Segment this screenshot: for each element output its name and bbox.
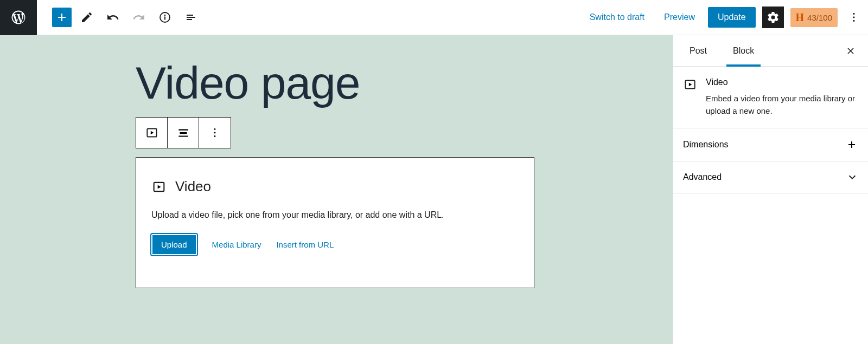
- svg-point-4: [853, 20, 855, 22]
- video-block-placeholder: Video Upload a video file, pick one from…: [136, 157, 534, 288]
- settings-sidebar: Post Block Video Embed a video from your…: [673, 35, 868, 344]
- panel-title: Dimensions: [683, 140, 729, 150]
- switch-to-draft-button[interactable]: Switch to draft: [583, 8, 651, 27]
- svg-point-0: [164, 15, 166, 16]
- placeholder-title: Video: [175, 178, 211, 195]
- insert-from-url-button[interactable]: Insert from URL: [276, 240, 334, 249]
- panel-dimensions[interactable]: Dimensions: [673, 128, 868, 161]
- document-info-button[interactable]: [154, 7, 176, 28]
- undo-icon: [106, 11, 119, 24]
- redo-button[interactable]: [128, 7, 150, 28]
- wordpress-icon: [10, 9, 27, 25]
- tab-post[interactable]: Post: [683, 35, 713, 66]
- svg-point-6: [214, 128, 216, 130]
- align-icon: [176, 126, 190, 140]
- placeholder-header: Video: [151, 178, 519, 195]
- toolbar-left-group: [37, 7, 202, 28]
- editor-canvas[interactable]: Video page Video Upload a video file, pi…: [0, 35, 673, 344]
- svg-rect-1: [164, 17, 165, 20]
- plus-icon: [845, 138, 858, 151]
- pencil-icon: [80, 11, 93, 24]
- sidebar-block-info: Video Embed a video from your media libr…: [673, 67, 868, 128]
- info-icon: [158, 11, 171, 24]
- block-toolbar: [136, 117, 231, 148]
- panel-title: Advanced: [683, 172, 722, 182]
- placeholder-instructions: Upload a video file, pick one from your …: [151, 210, 519, 220]
- plus-icon: [55, 11, 68, 24]
- close-icon: [845, 46, 856, 56]
- toolbar-right-group: Switch to draft Preview Update H 43/100: [583, 7, 868, 28]
- more-vertical-icon: [848, 11, 860, 23]
- sidebar-close-button[interactable]: [843, 43, 858, 59]
- video-icon: [151, 179, 167, 194]
- media-library-button[interactable]: Media Library: [212, 240, 261, 249]
- list-view-button[interactable]: [180, 7, 202, 28]
- sidebar-block-name: Video: [706, 77, 858, 87]
- upload-button[interactable]: Upload: [151, 234, 197, 255]
- options-menu-button[interactable]: [844, 7, 864, 28]
- svg-point-2: [853, 13, 855, 15]
- seo-score-badge[interactable]: H 43/100: [790, 8, 838, 27]
- placeholder-actions: Upload Media Library Insert from URL: [151, 234, 519, 255]
- edit-mode-button[interactable]: [76, 7, 98, 28]
- video-icon: [145, 126, 159, 140]
- gear-icon: [767, 11, 780, 24]
- tab-block[interactable]: Block: [726, 35, 761, 66]
- panel-advanced[interactable]: Advanced: [673, 161, 868, 193]
- top-toolbar: Switch to draft Preview Update H 43/100: [0, 0, 868, 35]
- more-vertical-icon: [209, 127, 221, 139]
- preview-button[interactable]: Preview: [658, 8, 701, 27]
- block-more-button[interactable]: [199, 118, 231, 148]
- list-view-icon: [184, 11, 197, 24]
- wp-logo[interactable]: [0, 0, 37, 35]
- svg-point-7: [214, 132, 216, 134]
- settings-toggle-button[interactable]: [762, 7, 784, 28]
- undo-button[interactable]: [102, 7, 124, 28]
- page-title[interactable]: Video page: [136, 57, 646, 109]
- video-icon: [683, 77, 697, 92]
- score-value: 43/100: [807, 13, 832, 22]
- sidebar-tabs: Post Block: [673, 35, 868, 67]
- svg-point-8: [214, 135, 216, 137]
- update-button[interactable]: Update: [708, 7, 756, 28]
- redo-icon: [132, 11, 145, 24]
- svg-point-3: [853, 17, 855, 18]
- sidebar-block-description: Embed a video from your media library or…: [706, 93, 858, 117]
- h-icon: H: [796, 11, 805, 24]
- block-align-button[interactable]: [168, 118, 199, 148]
- add-block-button[interactable]: [52, 8, 72, 27]
- main-area: Video page Video Upload a video file, pi…: [0, 35, 868, 344]
- chevron-down-icon: [846, 171, 858, 183]
- block-type-button[interactable]: [136, 118, 168, 148]
